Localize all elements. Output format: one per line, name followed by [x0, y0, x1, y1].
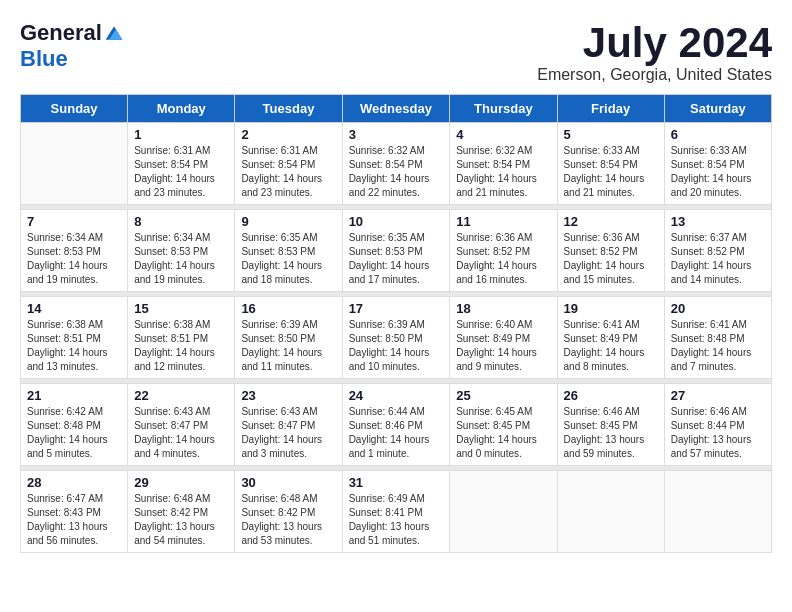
day-number: 13	[671, 214, 765, 229]
day-number: 31	[349, 475, 444, 490]
day-number: 6	[671, 127, 765, 142]
day-number: 4	[456, 127, 550, 142]
day-number: 12	[564, 214, 658, 229]
day-info: Sunrise: 6:44 AM Sunset: 8:46 PM Dayligh…	[349, 405, 444, 461]
logo-blue: Blue	[20, 46, 68, 71]
day-number: 29	[134, 475, 228, 490]
location: Emerson, Georgia, United States	[537, 66, 772, 84]
day-info: Sunrise: 6:34 AM Sunset: 8:53 PM Dayligh…	[27, 231, 121, 287]
day-number: 8	[134, 214, 228, 229]
calendar-day-cell: 5Sunrise: 6:33 AM Sunset: 8:54 PM Daylig…	[557, 123, 664, 205]
calendar-day-cell: 28Sunrise: 6:47 AM Sunset: 8:43 PM Dayli…	[21, 471, 128, 553]
day-info: Sunrise: 6:41 AM Sunset: 8:49 PM Dayligh…	[564, 318, 658, 374]
calendar-day-cell: 4Sunrise: 6:32 AM Sunset: 8:54 PM Daylig…	[450, 123, 557, 205]
day-info: Sunrise: 6:42 AM Sunset: 8:48 PM Dayligh…	[27, 405, 121, 461]
calendar-day-cell: 26Sunrise: 6:46 AM Sunset: 8:45 PM Dayli…	[557, 384, 664, 466]
day-number: 14	[27, 301, 121, 316]
day-number: 9	[241, 214, 335, 229]
day-info: Sunrise: 6:35 AM Sunset: 8:53 PM Dayligh…	[349, 231, 444, 287]
calendar-day-cell: 21Sunrise: 6:42 AM Sunset: 8:48 PM Dayli…	[21, 384, 128, 466]
day-info: Sunrise: 6:31 AM Sunset: 8:54 PM Dayligh…	[241, 144, 335, 200]
day-number: 22	[134, 388, 228, 403]
calendar-day-cell: 9Sunrise: 6:35 AM Sunset: 8:53 PM Daylig…	[235, 210, 342, 292]
weekday-header: Friday	[557, 95, 664, 123]
day-info: Sunrise: 6:33 AM Sunset: 8:54 PM Dayligh…	[564, 144, 658, 200]
calendar-day-cell: 7Sunrise: 6:34 AM Sunset: 8:53 PM Daylig…	[21, 210, 128, 292]
calendar-header-row: SundayMondayTuesdayWednesdayThursdayFrid…	[21, 95, 772, 123]
day-number: 16	[241, 301, 335, 316]
day-info: Sunrise: 6:36 AM Sunset: 8:52 PM Dayligh…	[456, 231, 550, 287]
day-number: 15	[134, 301, 228, 316]
day-info: Sunrise: 6:31 AM Sunset: 8:54 PM Dayligh…	[134, 144, 228, 200]
day-number: 28	[27, 475, 121, 490]
day-number: 17	[349, 301, 444, 316]
calendar-day-cell: 25Sunrise: 6:45 AM Sunset: 8:45 PM Dayli…	[450, 384, 557, 466]
calendar-day-cell: 6Sunrise: 6:33 AM Sunset: 8:54 PM Daylig…	[664, 123, 771, 205]
day-number: 27	[671, 388, 765, 403]
day-info: Sunrise: 6:46 AM Sunset: 8:44 PM Dayligh…	[671, 405, 765, 461]
day-info: Sunrise: 6:48 AM Sunset: 8:42 PM Dayligh…	[134, 492, 228, 548]
calendar-week-row: 1Sunrise: 6:31 AM Sunset: 8:54 PM Daylig…	[21, 123, 772, 205]
calendar-day-cell: 12Sunrise: 6:36 AM Sunset: 8:52 PM Dayli…	[557, 210, 664, 292]
day-info: Sunrise: 6:43 AM Sunset: 8:47 PM Dayligh…	[134, 405, 228, 461]
calendar-day-cell: 2Sunrise: 6:31 AM Sunset: 8:54 PM Daylig…	[235, 123, 342, 205]
calendar-day-cell: 24Sunrise: 6:44 AM Sunset: 8:46 PM Dayli…	[342, 384, 450, 466]
weekday-header: Monday	[128, 95, 235, 123]
calendar-day-cell: 8Sunrise: 6:34 AM Sunset: 8:53 PM Daylig…	[128, 210, 235, 292]
day-info: Sunrise: 6:32 AM Sunset: 8:54 PM Dayligh…	[349, 144, 444, 200]
day-info: Sunrise: 6:32 AM Sunset: 8:54 PM Dayligh…	[456, 144, 550, 200]
day-info: Sunrise: 6:41 AM Sunset: 8:48 PM Dayligh…	[671, 318, 765, 374]
logo-icon	[104, 23, 124, 43]
day-info: Sunrise: 6:37 AM Sunset: 8:52 PM Dayligh…	[671, 231, 765, 287]
title-area: July 2024 Emerson, Georgia, United State…	[537, 20, 772, 84]
day-info: Sunrise: 6:40 AM Sunset: 8:49 PM Dayligh…	[456, 318, 550, 374]
calendar-day-cell: 15Sunrise: 6:38 AM Sunset: 8:51 PM Dayli…	[128, 297, 235, 379]
weekday-header: Sunday	[21, 95, 128, 123]
calendar-day-cell: 30Sunrise: 6:48 AM Sunset: 8:42 PM Dayli…	[235, 471, 342, 553]
day-number: 20	[671, 301, 765, 316]
calendar-day-cell: 20Sunrise: 6:41 AM Sunset: 8:48 PM Dayli…	[664, 297, 771, 379]
calendar-day-cell	[664, 471, 771, 553]
day-number: 11	[456, 214, 550, 229]
calendar-day-cell	[557, 471, 664, 553]
weekday-header: Thursday	[450, 95, 557, 123]
calendar-week-row: 14Sunrise: 6:38 AM Sunset: 8:51 PM Dayli…	[21, 297, 772, 379]
calendar-table: SundayMondayTuesdayWednesdayThursdayFrid…	[20, 94, 772, 553]
calendar-day-cell: 23Sunrise: 6:43 AM Sunset: 8:47 PM Dayli…	[235, 384, 342, 466]
calendar-day-cell: 31Sunrise: 6:49 AM Sunset: 8:41 PM Dayli…	[342, 471, 450, 553]
day-number: 7	[27, 214, 121, 229]
calendar-day-cell: 29Sunrise: 6:48 AM Sunset: 8:42 PM Dayli…	[128, 471, 235, 553]
day-number: 30	[241, 475, 335, 490]
day-number: 23	[241, 388, 335, 403]
calendar-week-row: 7Sunrise: 6:34 AM Sunset: 8:53 PM Daylig…	[21, 210, 772, 292]
day-info: Sunrise: 6:46 AM Sunset: 8:45 PM Dayligh…	[564, 405, 658, 461]
day-info: Sunrise: 6:35 AM Sunset: 8:53 PM Dayligh…	[241, 231, 335, 287]
day-number: 19	[564, 301, 658, 316]
logo-general: General	[20, 20, 102, 46]
weekday-header: Saturday	[664, 95, 771, 123]
calendar-day-cell: 14Sunrise: 6:38 AM Sunset: 8:51 PM Dayli…	[21, 297, 128, 379]
day-info: Sunrise: 6:45 AM Sunset: 8:45 PM Dayligh…	[456, 405, 550, 461]
month-title: July 2024	[537, 20, 772, 66]
weekday-header: Wednesday	[342, 95, 450, 123]
day-info: Sunrise: 6:38 AM Sunset: 8:51 PM Dayligh…	[27, 318, 121, 374]
day-number: 1	[134, 127, 228, 142]
day-number: 2	[241, 127, 335, 142]
calendar-day-cell: 18Sunrise: 6:40 AM Sunset: 8:49 PM Dayli…	[450, 297, 557, 379]
calendar-day-cell: 1Sunrise: 6:31 AM Sunset: 8:54 PM Daylig…	[128, 123, 235, 205]
day-info: Sunrise: 6:47 AM Sunset: 8:43 PM Dayligh…	[27, 492, 121, 548]
calendar-day-cell: 3Sunrise: 6:32 AM Sunset: 8:54 PM Daylig…	[342, 123, 450, 205]
calendar-day-cell	[450, 471, 557, 553]
calendar-day-cell: 19Sunrise: 6:41 AM Sunset: 8:49 PM Dayli…	[557, 297, 664, 379]
calendar-week-row: 21Sunrise: 6:42 AM Sunset: 8:48 PM Dayli…	[21, 384, 772, 466]
day-info: Sunrise: 6:33 AM Sunset: 8:54 PM Dayligh…	[671, 144, 765, 200]
day-number: 18	[456, 301, 550, 316]
day-info: Sunrise: 6:48 AM Sunset: 8:42 PM Dayligh…	[241, 492, 335, 548]
page-header: General Blue July 2024 Emerson, Georgia,…	[20, 20, 772, 84]
logo: General Blue	[20, 20, 124, 72]
calendar-week-row: 28Sunrise: 6:47 AM Sunset: 8:43 PM Dayli…	[21, 471, 772, 553]
weekday-header: Tuesday	[235, 95, 342, 123]
day-number: 10	[349, 214, 444, 229]
day-info: Sunrise: 6:39 AM Sunset: 8:50 PM Dayligh…	[349, 318, 444, 374]
day-info: Sunrise: 6:36 AM Sunset: 8:52 PM Dayligh…	[564, 231, 658, 287]
